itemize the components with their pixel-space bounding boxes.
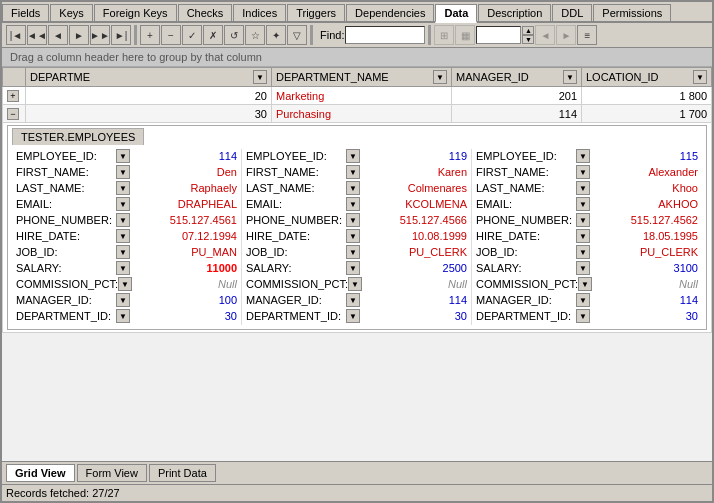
- expand-btn-2[interactable]: −: [7, 108, 19, 120]
- dept-3-dropdown[interactable]: ▼: [576, 309, 590, 323]
- manager-1-dropdown[interactable]: ▼: [116, 293, 130, 307]
- last-name-1-dropdown[interactable]: ▼: [116, 181, 130, 195]
- nav-prev-page-btn[interactable]: ◄◄: [27, 25, 47, 45]
- hire-date-3-dropdown[interactable]: ▼: [576, 229, 590, 243]
- tab-keys[interactable]: Keys: [50, 4, 92, 21]
- main-window: Fields Keys Foreign Keys Checks Indices …: [0, 0, 714, 503]
- tab-foreign-keys[interactable]: Foreign Keys: [94, 4, 177, 21]
- job-id-3-dropdown[interactable]: ▼: [576, 245, 590, 259]
- last-name-3-dropdown[interactable]: ▼: [576, 181, 590, 195]
- commission-3-dropdown[interactable]: ▼: [578, 277, 592, 291]
- form-row-dept-2: DEPARTMENT_ID: ▼ 30: [246, 309, 467, 323]
- tab-dependencies[interactable]: Dependencies: [346, 4, 434, 21]
- confirm-btn[interactable]: ✓: [182, 25, 202, 45]
- nav-next-btn[interactable]: ►: [69, 25, 89, 45]
- col-header-location-id[interactable]: LOCATION_ID ▼: [582, 68, 712, 87]
- tab-data[interactable]: Data: [435, 4, 477, 23]
- funnel-btn[interactable]: ▽: [287, 25, 307, 45]
- tab-triggers[interactable]: Triggers: [287, 4, 345, 21]
- spin-down[interactable]: ▼: [522, 35, 534, 44]
- form-row-salary-1: SALARY: ▼ 11000: [16, 261, 237, 275]
- col-header-dept-name[interactable]: DEPARTMENT_NAME ▼: [272, 68, 452, 87]
- salary-3-dropdown[interactable]: ▼: [576, 261, 590, 275]
- location-filter-btn[interactable]: ▼: [693, 70, 707, 84]
- dept-1-dropdown[interactable]: ▼: [116, 309, 130, 323]
- manager-filter-btn[interactable]: ▼: [563, 70, 577, 84]
- form-view-btn[interactable]: ▦: [455, 25, 475, 45]
- tab-checks[interactable]: Checks: [178, 4, 233, 21]
- row-expander-1[interactable]: +: [3, 87, 26, 105]
- emp-id-3-dropdown[interactable]: ▼: [576, 149, 590, 163]
- separator-1: [134, 25, 137, 45]
- grid-scroll-area[interactable]: DEPARTME ▼ DEPARTMENT_NAME ▼: [2, 67, 712, 461]
- first-name-3-dropdown[interactable]: ▼: [576, 165, 590, 179]
- nav-next-page-btn[interactable]: ►►: [90, 25, 110, 45]
- phone-3-dropdown[interactable]: ▼: [576, 213, 590, 227]
- salary-1-dropdown[interactable]: ▼: [116, 261, 130, 275]
- tab-print-data[interactable]: Print Data: [149, 464, 216, 482]
- commission-1-dropdown[interactable]: ▼: [118, 277, 132, 291]
- job-id-2-dropdown[interactable]: ▼: [346, 245, 360, 259]
- grid-view-btn[interactable]: ⊞: [434, 25, 454, 45]
- refresh-btn[interactable]: ↺: [224, 25, 244, 45]
- emp-id-2-dropdown[interactable]: ▼: [346, 149, 360, 163]
- first-name-2-dropdown[interactable]: ▼: [346, 165, 360, 179]
- row-expander-2[interactable]: −: [3, 105, 26, 123]
- form-row-hire-date-1: HIRE_DATE: ▼ 07.12.1994: [16, 229, 237, 243]
- email-3-dropdown[interactable]: ▼: [576, 197, 590, 211]
- cancel-btn[interactable]: ✗: [203, 25, 223, 45]
- form-row-salary-3: SALARY: ▼ 3100: [476, 261, 698, 275]
- cell-dept-id-1: 20: [26, 87, 272, 105]
- manager-3-dropdown[interactable]: ▼: [576, 293, 590, 307]
- tab-fields[interactable]: Fields: [2, 4, 49, 21]
- hire-date-2-dropdown[interactable]: ▼: [346, 229, 360, 243]
- col-header-manager-id[interactable]: MANAGER_ID ▼: [452, 68, 582, 87]
- spin-up[interactable]: ▲: [522, 26, 534, 35]
- delete-row-btn[interactable]: −: [161, 25, 181, 45]
- phone-2-dropdown[interactable]: ▼: [346, 213, 360, 227]
- form-row-last-name-1: LAST_NAME: ▼ Raphaely: [16, 181, 237, 195]
- nav-last-btn[interactable]: ►|: [111, 25, 131, 45]
- job-id-1-dropdown[interactable]: ▼: [116, 245, 130, 259]
- nav-first-btn[interactable]: |◄: [6, 25, 26, 45]
- emp-id-1-dropdown[interactable]: ▼: [116, 149, 130, 163]
- email-1-dropdown[interactable]: ▼: [116, 197, 130, 211]
- table-row[interactable]: + 20 Marketing 201 1 800: [3, 87, 712, 105]
- row-count-input[interactable]: 1000: [476, 26, 521, 44]
- sub-grid-tab[interactable]: TESTER.EMPLOYEES: [12, 128, 144, 145]
- phone-1-dropdown[interactable]: ▼: [116, 213, 130, 227]
- tab-form-view[interactable]: Form View: [77, 464, 147, 482]
- tab-permissions[interactable]: Permissions: [593, 4, 671, 21]
- form-row-commission-3: COMMISSION_PCT: ▼ Null: [476, 277, 698, 291]
- tab-grid-view[interactable]: Grid View: [6, 464, 75, 482]
- manager-2-dropdown[interactable]: ▼: [346, 293, 360, 307]
- table-row[interactable]: − 30 Purchasing 114 1 700: [3, 105, 712, 123]
- row-count-spinner[interactable]: ▲ ▼: [522, 26, 534, 44]
- salary-2-dropdown[interactable]: ▼: [346, 261, 360, 275]
- dept-name-filter-btn[interactable]: ▼: [433, 70, 447, 84]
- form-col-1: EMPLOYEE_ID: ▼ 114 FIRST_NAME: ▼ Den: [12, 149, 242, 325]
- tab-ddl[interactable]: DDL: [552, 4, 592, 21]
- last-name-2-dropdown[interactable]: ▼: [346, 181, 360, 195]
- email-2-dropdown[interactable]: ▼: [346, 197, 360, 211]
- options-btn[interactable]: ≡: [577, 25, 597, 45]
- expand-btn-1[interactable]: +: [7, 90, 19, 102]
- departme-filter-btn[interactable]: ▼: [253, 70, 267, 84]
- star-btn[interactable]: ✦: [266, 25, 286, 45]
- nav-prev-btn[interactable]: ◄: [48, 25, 68, 45]
- form-row-commission-1: COMMISSION_PCT: ▼ Null: [16, 277, 237, 291]
- page-next-btn[interactable]: ►: [556, 25, 576, 45]
- tab-indices[interactable]: Indices: [233, 4, 286, 21]
- page-prev-btn[interactable]: ◄: [535, 25, 555, 45]
- commission-2-dropdown[interactable]: ▼: [348, 277, 362, 291]
- form-row-hire-date-3: HIRE_DATE: ▼ 18.05.1995: [476, 229, 698, 243]
- col-header-departme[interactable]: DEPARTME ▼: [26, 68, 272, 87]
- dept-2-dropdown[interactable]: ▼: [346, 309, 360, 323]
- find-input[interactable]: [345, 26, 425, 44]
- hire-date-1-dropdown[interactable]: ▼: [116, 229, 130, 243]
- tab-description[interactable]: Description: [478, 4, 551, 21]
- add-row-btn[interactable]: +: [140, 25, 160, 45]
- form-row-employee-id-3: EMPLOYEE_ID: ▼ 115: [476, 149, 698, 163]
- first-name-1-dropdown[interactable]: ▼: [116, 165, 130, 179]
- filter-btn[interactable]: ☆: [245, 25, 265, 45]
